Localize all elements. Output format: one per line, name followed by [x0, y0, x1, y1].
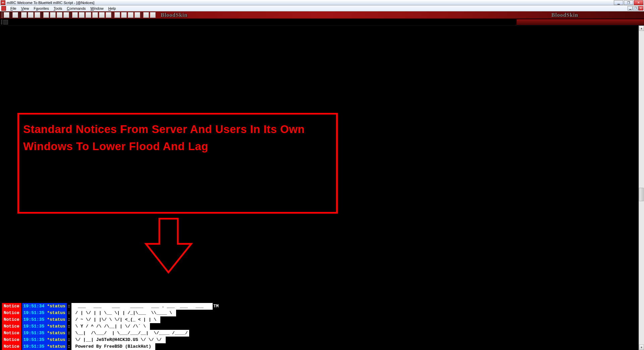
mdi-close-button[interactable]: ✕: [638, 6, 643, 10]
notice-message: \__| /\___/ | \___/___/__| \/____ /____/: [71, 330, 189, 337]
notice-status: *status: [46, 303, 67, 310]
maximize-button[interactable]: ❐: [624, 0, 633, 5]
tool-btn-4[interactable]: [28, 12, 34, 18]
titlebar: m mIRC Welcome To BlueHell mIRC Script -…: [0, 0, 644, 5]
menu-commands[interactable]: Commands: [64, 6, 88, 11]
tool-btn-6[interactable]: [43, 12, 49, 18]
notice-row: Notice 19:51:35*status: / ~ \/ | |\/ \ \…: [2, 316, 219, 323]
notice-row: Notice 19:51:35*status: \ Y / ^ /\ /\__|…: [2, 323, 219, 330]
mdi-controls: ▁ ❐ ✕: [628, 6, 643, 10]
notice-time: 19:51:35: [22, 330, 46, 337]
notice-status: *status: [46, 316, 67, 323]
notice-colon: :: [67, 343, 71, 350]
menu-window[interactable]: Window: [88, 6, 106, 11]
tool-btn-14[interactable]: [99, 12, 105, 18]
toolbar: BloodSkin BloodSkin: [0, 11, 644, 19]
notice-row: Notice 19:51:35*status: \__| /\___/ | \_…: [2, 330, 219, 337]
notice-time: 19:51:34: [22, 303, 46, 310]
notice-label: Notice: [2, 303, 21, 310]
toolbar-brand-right: BloodSkin: [547, 12, 582, 18]
tool-btn-13[interactable]: [92, 12, 98, 18]
tool-btn-18[interactable]: [128, 12, 133, 18]
notice-label: Notice: [2, 330, 21, 337]
tool-btn-9[interactable]: [63, 12, 69, 18]
tool-separator: [11, 12, 11, 18]
notice-colon: :: [67, 316, 71, 323]
notice-time: 19:51:35: [22, 343, 46, 350]
tool-btn-10[interactable]: [72, 12, 78, 18]
switchbar: [0, 19, 644, 26]
tool-btn-3[interactable]: [21, 12, 27, 18]
notice-time: 19:51:35: [22, 337, 46, 343]
notice-colon: :: [67, 337, 71, 343]
switchbar-grip[interactable]: [1, 20, 2, 25]
notice-message: / | \/ | | \__ \| | /_|\___ \\____ \: [71, 310, 176, 316]
menu-file[interactable]: File: [8, 6, 19, 11]
tool-separator: [19, 12, 20, 18]
tool-btn-11[interactable]: [79, 12, 85, 18]
annotation-text: Standard Notices From Server And Users I…: [23, 121, 332, 155]
notice-status: *status: [46, 323, 67, 330]
notice-message: Powered By FreeBSD (BlackHat): [71, 343, 155, 350]
tool-btn-21[interactable]: [150, 12, 156, 18]
tool-btn-20[interactable]: [143, 12, 149, 18]
tool-btn-5[interactable]: [35, 12, 40, 18]
notice-time: 19:51:35: [22, 316, 46, 323]
notice-status: *status: [46, 343, 67, 350]
tool-btn-15[interactable]: [106, 12, 111, 18]
notice-row: Notice 19:51:35*status: \/ |__| JeSTeR@H…: [2, 337, 219, 343]
tool-separator: [113, 12, 113, 18]
tool-separator: [70, 12, 71, 18]
tool-btn-2[interactable]: [12, 12, 18, 18]
tool-btn-16[interactable]: [114, 12, 120, 18]
notice-message: / ~ \/ | |\/ \ \/| <_(_ < | | \: [71, 316, 160, 323]
notice-colon: :: [67, 310, 71, 316]
notice-status: *status: [46, 337, 67, 343]
menu-view[interactable]: View: [19, 6, 32, 11]
notice-label: Notice: [2, 310, 21, 316]
minimize-button[interactable]: ▁: [614, 0, 623, 5]
switchbar-active-tab[interactable]: [517, 19, 644, 25]
switchbar-button[interactable]: [3, 20, 8, 25]
notice-message: \/ |__| JeSTeR@H4CK3D.US \/ \/ \/: [71, 337, 166, 343]
notice-message: \ Y / ^ /\ /\__| | \/ /\` \: [71, 323, 150, 330]
notice-row: Notice 19:51:35*status: / | \/ | | \__ \…: [2, 310, 219, 316]
notice-suffix: TM: [213, 303, 219, 310]
app-icon: m: [1, 0, 5, 5]
tool-separator: [142, 12, 142, 18]
notice-status: *status: [46, 330, 67, 337]
notice-label: Notice: [2, 316, 21, 323]
tool-separator: [42, 12, 42, 18]
notice-log: Notice 19:51:34*status: ___ ___ ___ ____…: [2, 303, 219, 350]
tool-btn-17[interactable]: [121, 12, 127, 18]
mdi-app-icon[interactable]: [1, 6, 6, 11]
notice-row: Notice 19:51:34*status: ___ ___ ___ ____…: [2, 303, 219, 310]
window-controls: ▁ ❐ ✕: [614, 0, 643, 5]
content-area: Standard Notices From Server And Users I…: [0, 26, 644, 350]
menu-help[interactable]: Help: [106, 6, 118, 11]
titlebar-text: mIRC Welcome To BlueHell mIRC Script - […: [7, 1, 614, 5]
vertical-scrollbar[interactable]: ▲ ▼: [639, 26, 644, 350]
notice-time: 19:51:35: [22, 310, 46, 316]
toolbar-brand-left: BloodSkin: [157, 12, 192, 18]
tool-btn-19[interactable]: [135, 12, 140, 18]
notice-label: Notice: [2, 337, 21, 343]
menu-tools[interactable]: Tools: [51, 6, 65, 11]
notice-colon: :: [67, 330, 71, 337]
scrollbar-up-button[interactable]: ▲: [639, 26, 644, 31]
scrollbar-thumb[interactable]: [639, 188, 644, 201]
notice-colon: :: [67, 303, 71, 310]
mdi-restore-button[interactable]: ❐: [633, 6, 638, 10]
menu-favorites[interactable]: Favorites: [31, 6, 51, 11]
notice-row: Notice 19:51:35*status: Powered By FreeB…: [2, 343, 219, 350]
toolbar-grip[interactable]: [1, 12, 3, 18]
tool-btn-7[interactable]: [50, 12, 56, 18]
notice-label: Notice: [2, 323, 21, 330]
tool-btn-8[interactable]: [57, 12, 62, 18]
tool-btn-1[interactable]: [4, 12, 9, 18]
mdi-minimize-button[interactable]: ▁: [628, 6, 633, 10]
tool-btn-12[interactable]: [86, 12, 91, 18]
annotation-arrow-icon: [144, 217, 195, 277]
close-button[interactable]: ✕: [634, 0, 643, 5]
scrollbar-down-button[interactable]: ▼: [639, 345, 644, 350]
